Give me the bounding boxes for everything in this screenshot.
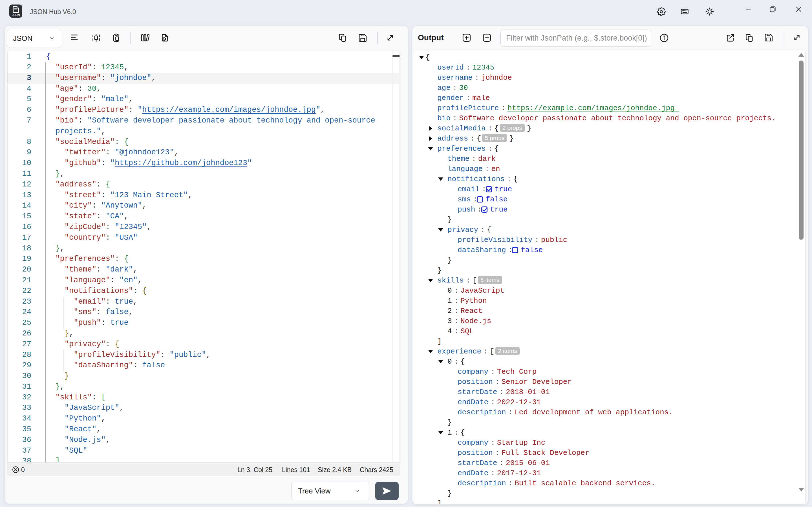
svg-text:JSON: JSON xyxy=(12,13,20,17)
